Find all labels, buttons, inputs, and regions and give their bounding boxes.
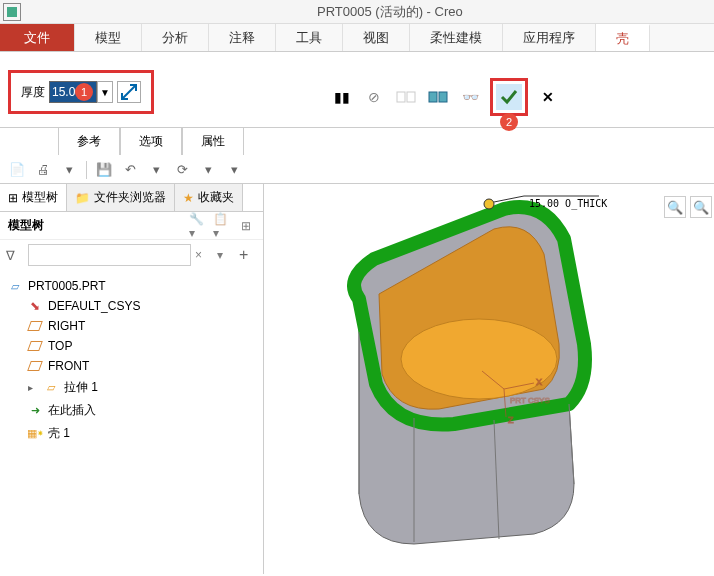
- tree-label: DEFAULT_CSYS: [48, 299, 140, 313]
- thickness-dropdown[interactable]: ▼: [97, 81, 113, 103]
- plane-icon: [28, 339, 42, 353]
- plane-icon: [28, 319, 42, 333]
- svg-text:X: X: [536, 377, 542, 387]
- annotation-badge-2: 2: [500, 113, 518, 131]
- expand-icon[interactable]: ▸: [28, 382, 38, 393]
- title-bar: PRT0005 (活动的) - Creo: [0, 0, 714, 24]
- tree-show-icon[interactable]: 📋▾: [213, 217, 231, 235]
- subtab-refs[interactable]: 参考: [58, 127, 120, 155]
- tab-file[interactable]: 文件: [0, 24, 75, 51]
- copy-icon[interactable]: ▾: [60, 161, 78, 179]
- verify-button[interactable]: [394, 85, 418, 109]
- tree-header: 模型树 🔧▾ 📋▾ ⊞: [0, 212, 263, 240]
- tab-model[interactable]: 模型: [75, 24, 142, 51]
- part-icon: ▱: [8, 279, 22, 293]
- svg-text:Z: Z: [508, 415, 514, 425]
- ribbon-tabs: 文件 模型 分析 注释 工具 视图 柔性建模 应用程序 壳: [0, 24, 714, 52]
- extrude-icon: ▱: [44, 381, 58, 395]
- tab-shell[interactable]: 壳: [596, 24, 650, 51]
- no-preview-button[interactable]: ⊘: [362, 85, 386, 109]
- tree-item-csys[interactable]: ⬊ DEFAULT_CSYS: [4, 296, 259, 316]
- window-title: PRT0005 (活动的) - Creo: [317, 3, 463, 21]
- flip-icon: [120, 83, 138, 101]
- tree-item-top[interactable]: TOP: [4, 336, 259, 356]
- save-icon[interactable]: 💾: [95, 161, 113, 179]
- plane-icon: [28, 359, 42, 373]
- tab-tools[interactable]: 工具: [276, 24, 343, 51]
- tree-item-extrude[interactable]: ▸ ▱ 拉伸 1: [4, 376, 259, 399]
- tree-settings-icon[interactable]: 🔧▾: [189, 217, 207, 235]
- tree-item-insert[interactable]: ➜ 在此插入: [4, 399, 259, 422]
- svg-rect-2: [407, 92, 415, 102]
- sidebar-tab-label: 模型树: [22, 189, 58, 206]
- subtab-options[interactable]: 选项: [120, 127, 182, 155]
- pause-button[interactable]: ▮▮: [330, 85, 354, 109]
- svg-point-10: [484, 199, 494, 209]
- csys-icon: ⬊: [28, 299, 42, 313]
- tab-flex[interactable]: 柔性建模: [410, 24, 503, 51]
- quick-toolbar: 📄 🖨 ▾ 💾 ↶ ▾ ⟳ ▾ ▾: [0, 156, 714, 184]
- tab-view[interactable]: 视图: [343, 24, 410, 51]
- feature-actions: ▮▮ ⊘ 👓 2 ✕: [330, 78, 560, 116]
- filter-add-icon[interactable]: +: [239, 246, 257, 264]
- insert-icon: ➜: [28, 404, 42, 418]
- shell-feature-icon: ▦✷: [28, 427, 42, 441]
- subtab-props[interactable]: 属性: [182, 127, 244, 155]
- sidebar-tabs: ⊞ 模型树 📁 文件夹浏览器 ★ 收藏夹: [0, 184, 263, 212]
- sidebar-tab-model-tree[interactable]: ⊞ 模型树: [0, 184, 67, 211]
- tree-label: 在此插入: [48, 402, 96, 419]
- dimension-label[interactable]: 15.00 O_THICK: [529, 198, 607, 209]
- sidebar: ⊞ 模型树 📁 文件夹浏览器 ★ 收藏夹 模型树 🔧▾ 📋▾ ⊞ ∇: [0, 184, 264, 574]
- tree-more-icon[interactable]: ⊞: [237, 217, 255, 235]
- tree-item-front[interactable]: FRONT: [4, 356, 259, 376]
- star-icon: ★: [183, 191, 194, 205]
- tree-item-part[interactable]: ▱ PRT0005.PRT: [4, 276, 259, 296]
- print-icon[interactable]: 🖨: [34, 161, 52, 179]
- filter-dropdown-icon[interactable]: ▾: [217, 248, 235, 262]
- zoom-fit-button[interactable]: 🔍: [664, 196, 686, 218]
- filter-clear-icon[interactable]: ×: [195, 248, 213, 262]
- filter-input[interactable]: [28, 244, 191, 266]
- tab-annotate[interactable]: 注释: [209, 24, 276, 51]
- tab-analysis[interactable]: 分析: [142, 24, 209, 51]
- annotation-badge-1: 1: [75, 83, 93, 101]
- thickness-group: 厚度 1 ▼: [8, 70, 154, 114]
- view-controls: 🔍 🔍: [664, 196, 712, 218]
- cancel-button[interactable]: ✕: [536, 85, 560, 109]
- app-icon: [3, 3, 21, 21]
- main-area: ⊞ 模型树 📁 文件夹浏览器 ★ 收藏夹 模型树 🔧▾ 📋▾ ⊞ ∇: [0, 184, 714, 574]
- confirm-button[interactable]: [496, 84, 522, 110]
- windows-icon[interactable]: ▾: [199, 161, 217, 179]
- sidebar-tab-favorites[interactable]: ★ 收藏夹: [175, 184, 243, 211]
- svg-rect-1: [397, 92, 405, 102]
- svg-point-5: [401, 319, 557, 399]
- svg-text:PRT CSYS: PRT CSYS: [510, 396, 550, 405]
- separator: [86, 161, 87, 179]
- sidebar-tab-label: 收藏夹: [198, 189, 234, 206]
- confirm-wrap: 2: [490, 78, 528, 116]
- sidebar-tab-folder[interactable]: 📁 文件夹浏览器: [67, 184, 175, 211]
- tree-label: PRT0005.PRT: [28, 279, 106, 293]
- preview-button[interactable]: [426, 85, 450, 109]
- undo-icon[interactable]: ↶: [121, 161, 139, 179]
- tree-label: RIGHT: [48, 319, 85, 333]
- zoom-in-button[interactable]: 🔍: [690, 196, 712, 218]
- svg-line-0: [122, 85, 136, 99]
- flip-direction-button[interactable]: [117, 81, 141, 103]
- check-icon: [499, 87, 519, 107]
- new-icon[interactable]: 📄: [8, 161, 26, 179]
- close-icon[interactable]: ▾: [225, 161, 243, 179]
- tree-item-shell[interactable]: ▦✷ 壳 1: [4, 422, 259, 445]
- redo-icon[interactable]: ▾: [147, 161, 165, 179]
- model-tree: ▱ PRT0005.PRT ⬊ DEFAULT_CSYS RIGHT TOP F…: [0, 270, 263, 451]
- thickness-label: 厚度: [21, 84, 45, 101]
- ribbon-content: 厚度 1 ▼ ▮▮ ⊘ 👓 2 ✕ 参考 选项 属性: [0, 52, 714, 128]
- regen-icon[interactable]: ⟳: [173, 161, 191, 179]
- tab-apps[interactable]: 应用程序: [503, 24, 596, 51]
- glasses-button[interactable]: 👓: [458, 85, 482, 109]
- filter-icon[interactable]: ∇: [6, 248, 24, 263]
- tree-label: 壳 1: [48, 425, 70, 442]
- tree-item-right[interactable]: RIGHT: [4, 316, 259, 336]
- viewport[interactable]: X Z PRT CSYS 15.00 O_THICK 🔍 🔍: [264, 184, 714, 574]
- svg-rect-4: [439, 92, 447, 102]
